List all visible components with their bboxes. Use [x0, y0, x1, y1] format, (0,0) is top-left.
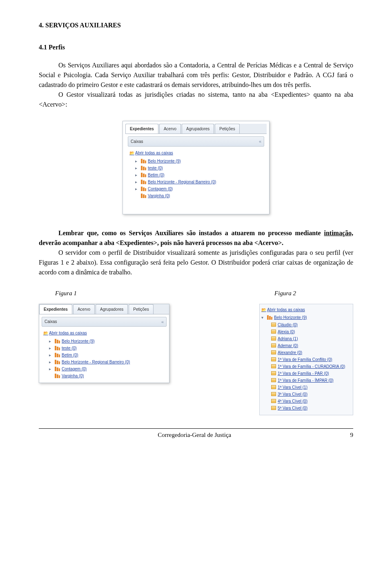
node-label: Contagem (0)	[62, 366, 87, 372]
subsection-heading: 4.1 Perfis	[39, 42, 353, 52]
screenshot-panel-fig1: Expedientes Acervo Agrupadores Petições …	[39, 304, 169, 383]
tree-root-link[interactable]: 📂 Abrir todas as caixas	[129, 150, 264, 156]
figure-1-label: Figura 1	[55, 289, 77, 298]
leaf-label: 5ª Vara Cível (0)	[278, 405, 307, 411]
tab-agrupadores[interactable]: Agrupadores	[182, 124, 214, 134]
tree: 📂 Abrir todas as caixas ▾ Belo Horizonte…	[260, 304, 353, 415]
tab-peticoes[interactable]: Petições	[215, 124, 239, 134]
tab-acervo[interactable]: Acervo	[73, 304, 95, 314]
tree-root-label: Abrir todas as caixas	[49, 330, 87, 336]
tri-icon: ▸	[49, 345, 53, 351]
tri-icon: ▸	[135, 172, 139, 178]
collapse-icon[interactable]: «	[161, 318, 164, 325]
tree-leaf[interactable]: 1ª Vara Cível (1)	[261, 384, 350, 391]
leaf-label: 3ª Vara Cível (0)	[278, 391, 307, 397]
city-icon	[141, 159, 146, 163]
city-icon	[141, 194, 146, 198]
tree-node-open[interactable]: ▾ Belo Horizonte (9)	[261, 314, 350, 321]
p3-text-c: deverão acompanhar a aba <Expedientes>, …	[39, 239, 283, 246]
tree-node[interactable]: ▸Betim (0)	[43, 352, 167, 359]
footer-org: Corregedoria-Geral de Justiça	[158, 430, 231, 440]
node-label: Varginha (0)	[148, 193, 170, 199]
tree-node[interactable]: ▸teste (0)	[129, 165, 264, 172]
tree-leaf[interactable]: 1ª Vara de Família - CURADORIA (0)	[261, 363, 350, 370]
tree-root-link[interactable]: 📂 Abrir todas as caixas	[261, 307, 350, 313]
caixas-label: Caixas	[131, 138, 143, 145]
tree-node[interactable]: ▸teste (0)	[43, 345, 167, 352]
city-icon	[55, 374, 60, 378]
tree-leaf[interactable]: Alexia (0)	[261, 328, 350, 335]
tree-leaf[interactable]: 1ª Vara de Família - ÍMPAR (0)	[261, 377, 350, 384]
paragraph-3: Lembrar que, como os Serviços Auxiliares…	[39, 228, 353, 248]
tab-agrupadores[interactable]: Agrupadores	[96, 304, 128, 314]
tab-bar: Expedientes Acervo Agrupadores Petições	[125, 124, 267, 134]
city-icon	[141, 187, 146, 191]
tree-leaf[interactable]: Ademar (0)	[261, 342, 350, 349]
tab-expedientes[interactable]: Expedientes	[39, 304, 72, 314]
folder-icon	[271, 378, 276, 382]
leaf-label: 1ª Vara de Família - CURADORIA (0)	[278, 363, 345, 370]
tree-node[interactable]: ▸Betim (0)	[129, 172, 264, 178]
leaf-label: 1ª Vara Cível (1)	[278, 384, 307, 390]
tree-root-link[interactable]: 📂 Abrir todas as caixas	[43, 330, 167, 336]
node-label: Belo Horizonte - Regional Barreiro (0)	[148, 179, 216, 185]
tree-leaf[interactable]: 5ª Vara Cível (0)	[261, 405, 350, 412]
tree-node[interactable]: ▸Belo Horizonte - Regional Barreiro (0)	[43, 359, 167, 365]
tri-icon: ▸	[135, 158, 139, 164]
tri-icon: ▸	[135, 165, 139, 171]
tree-leaf[interactable]: Alexandre (0)	[261, 349, 350, 356]
leaf-label: Ademar (0)	[278, 343, 298, 349]
tree-node[interactable]: Varginha (0)	[43, 372, 167, 379]
leaf-label: Adriana (1)	[278, 336, 298, 342]
tree-leaf[interactable]: 1ª Vara de Família - PAR (0)	[261, 370, 350, 377]
leaf-label: 1ª Vara de Família Conflito (0)	[278, 356, 332, 363]
caixas-header[interactable]: Caixas «	[128, 136, 264, 147]
tree-leaf[interactable]: Cláudio (0)	[261, 321, 350, 328]
tab-acervo[interactable]: Acervo	[159, 124, 181, 134]
folder-icon	[271, 343, 276, 347]
tree-leaf[interactable]: 3ª Vara Cível (0)	[261, 391, 350, 398]
node-label: Belo Horizonte - Regional Barreiro (0)	[62, 359, 130, 365]
tree-root-label: Abrir todas as caixas	[267, 307, 305, 313]
screenshot-panel-gestor: Expedientes Acervo Agrupadores Petições …	[122, 121, 270, 214]
node-label: Varginha (0)	[62, 373, 84, 379]
page-footer: Corregedoria-Geral de Justiça 9	[39, 428, 353, 440]
expand-all-icon: 📂	[43, 330, 47, 336]
leaf-label: Alexia (0)	[278, 329, 295, 335]
node-label: Contagem (0)	[148, 186, 173, 192]
tree-node[interactable]: ▸Belo Horizonte (9)	[129, 158, 264, 165]
tree-leaf[interactable]: Adriana (1)	[261, 335, 350, 342]
expand-all-icon: 📂	[129, 150, 134, 156]
node-label: Belo Horizonte (9)	[148, 158, 181, 164]
tree-leaf[interactable]: 4ª Vara Cível (0)	[261, 398, 350, 405]
folder-icon	[271, 399, 276, 403]
figure-2-label: Figura 2	[274, 289, 296, 298]
tree-node[interactable]: ▸Contagem (0)	[43, 365, 167, 372]
tri-icon: ▸	[49, 352, 53, 358]
city-icon	[55, 346, 60, 350]
leaf-label: 4ª Vara Cível (0)	[278, 398, 307, 404]
city-icon	[141, 166, 146, 170]
folder-icon	[271, 364, 276, 368]
tree-root-label: Abrir todas as caixas	[135, 150, 173, 156]
caixas-header[interactable]: Caixas «	[42, 317, 167, 327]
tree-node[interactable]: Varginha (0)	[129, 192, 264, 199]
leaf-label: 1ª Vara de Família - ÍMPAR (0)	[278, 377, 334, 383]
tree-node[interactable]: ▸Belo Horizonte (9)	[43, 338, 167, 345]
tri-icon: ▸	[135, 186, 139, 192]
folder-icon	[271, 350, 276, 354]
paragraph-2: O Gestor visualizará todas as jurisdiçõe…	[39, 90, 353, 109]
footer-page-number: 9	[350, 430, 353, 440]
tree-node[interactable]: ▸Belo Horizonte - Regional Barreiro (0)	[129, 178, 264, 185]
tree-leaf[interactable]: 1ª Vara de Família Conflito (0)	[261, 356, 350, 363]
tab-peticoes[interactable]: Petições	[129, 304, 153, 314]
folder-icon	[271, 392, 276, 396]
tree-node[interactable]: ▸Contagem (0)	[129, 185, 264, 192]
collapse-icon[interactable]: «	[259, 138, 261, 145]
city-icon	[55, 339, 60, 343]
tab-expedientes[interactable]: Expedientes	[125, 124, 158, 134]
node-label: teste (0)	[62, 345, 77, 351]
tri-icon: ▸	[49, 338, 53, 344]
folder-icon	[271, 357, 276, 361]
city-icon	[55, 367, 60, 371]
